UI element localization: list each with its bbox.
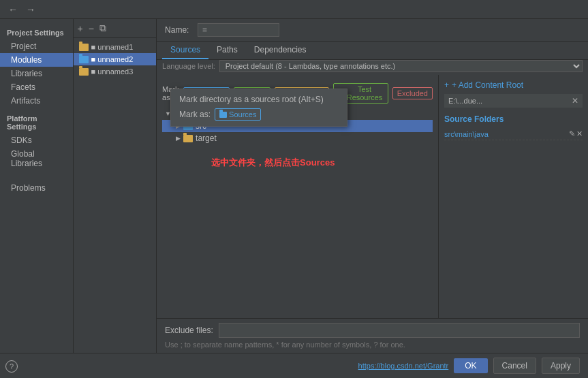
sidebar-item-libraries[interactable]: Libraries <box>0 67 73 80</box>
file-tree-target[interactable]: ▶ target <box>162 132 433 144</box>
tooltip-mark-row: Mark as: Sources <box>179 108 339 121</box>
apply-button[interactable]: Apply <box>542 358 580 374</box>
sidebar-item-global-libraries[interactable]: Global Libraries <box>0 147 73 170</box>
module-tree: + − ⧉ ■ unnamed1 ■ unnamed2 ■ unnamed3 <box>74 19 157 353</box>
exclude-hint: Use ; to separate name patterns, * for a… <box>165 341 580 349</box>
source-folder-path: src\main\java <box>444 130 489 138</box>
lang-label: Language level: <box>162 62 215 70</box>
plus-icon: + <box>444 80 449 90</box>
lang-row: Language level: Project default (8 - Lam… <box>157 60 588 75</box>
module-label-3: ■ unnamed3 <box>91 67 134 76</box>
remove-root-button[interactable]: ✕ <box>572 96 578 106</box>
target-label: target <box>196 133 217 143</box>
module-tree-items: ■ unnamed1 ■ unnamed2 ■ unnamed3 <box>74 38 156 353</box>
tab-dependencies[interactable]: Dependencies <box>246 42 315 59</box>
source-folder-item: src\main\java ✎ ✕ <box>444 128 583 140</box>
tooltip-mark-label: Mark as: <box>179 110 211 119</box>
platform-settings-title: Platform Settings <box>0 108 73 133</box>
tree-area: Mark as: Sources Tests Resources <box>157 75 438 318</box>
footer: https://blog.csdn.net/Grantr OK Cancel A… <box>0 353 588 378</box>
module-tree-item[interactable]: ■ unnamed1 <box>74 41 156 53</box>
module-tree-item-3[interactable]: ■ unnamed3 <box>74 65 156 78</box>
tabs-row: Sources Paths Dependencies <box>157 42 588 60</box>
module-tree-item-selected[interactable]: ■ unnamed2 <box>74 53 156 65</box>
nav-arrows: ← → <box>5 3 38 16</box>
tab-paths[interactable]: Paths <box>208 42 246 59</box>
folder-icon-selected <box>79 56 89 63</box>
sidebar-item-sdks[interactable]: SDKs <box>0 133 73 147</box>
tooltip-sources-button[interactable]: Sources <box>215 108 261 121</box>
content-panel: Name: Sources Paths Dependencies Languag… <box>157 19 588 353</box>
folder-icon-3 <box>79 68 89 76</box>
tooltip-title: Mark directory as a sources root (Alt+S) <box>179 95 339 104</box>
exclude-label: Exclude files: <box>165 326 213 335</box>
name-label: Name: <box>165 25 192 35</box>
forward-button[interactable]: → <box>23 3 38 16</box>
exclude-input[interactable] <box>219 323 580 338</box>
source-folder-actions: ✎ ✕ <box>569 129 583 138</box>
help-button[interactable]: ? <box>5 360 18 373</box>
back-button[interactable]: ← <box>5 3 20 16</box>
sidebar: Project Settings Project Modules Librari… <box>0 19 74 353</box>
name-row: Name: <box>157 19 588 42</box>
title-bar: ← → <box>0 0 588 19</box>
right-panel: + + Add Content Root E:\...due... ✕ Sour… <box>438 75 588 318</box>
module-label-selected: ■ unnamed2 <box>91 55 134 63</box>
main-layout: Project Settings Project Modules Librari… <box>0 19 588 353</box>
remove-source-folder-button[interactable]: ✕ <box>576 129 583 138</box>
cancel-button[interactable]: Cancel <box>493 358 536 374</box>
source-folders-title: Source Folders <box>444 114 583 124</box>
tab-sources[interactable]: Sources <box>162 42 208 59</box>
sidebar-item-modules[interactable]: Modules <box>0 53 73 67</box>
file-tree: ▼ E:\... ▶ src ▶ target <box>162 108 433 313</box>
bottom-area: Exclude files: Use ; to separate name pa… <box>157 318 588 353</box>
root-path-label: E:\...due... <box>448 97 482 105</box>
module-tree-header: + − ⧉ <box>74 19 156 38</box>
sidebar-item-problems[interactable]: Problems <box>0 181 73 195</box>
content-root-path: E:\...due... ✕ <box>444 94 583 108</box>
lang-select[interactable]: Project default (8 - Lambdas, type annot… <box>219 60 583 72</box>
remove-module-button[interactable]: − <box>87 22 95 35</box>
add-content-root-button[interactable]: + + Add Content Root <box>444 80 583 90</box>
add-module-button[interactable]: + <box>76 22 84 35</box>
project-settings-title: Project Settings <box>0 25 73 40</box>
footer-link[interactable]: https://blog.csdn.net/Grantr <box>358 362 449 370</box>
name-input[interactable] <box>198 23 279 37</box>
edit-source-folder-button[interactable]: ✎ <box>569 129 575 138</box>
sidebar-item-facets[interactable]: Facets <box>0 80 73 94</box>
tooltip-popup: Mark directory as a sources root (Alt+S)… <box>170 89 347 127</box>
exclude-row: Exclude files: <box>165 323 580 338</box>
sidebar-item-project[interactable]: Project <box>0 40 73 53</box>
sources-content: Mark as: Sources Tests Resources <box>157 75 588 318</box>
target-folder-icon <box>183 135 193 142</box>
ok-button[interactable]: OK <box>454 358 487 373</box>
folder-icon <box>79 44 89 51</box>
module-label: ■ unnamed1 <box>91 43 134 51</box>
sidebar-item-artifacts[interactable]: Artifacts <box>0 94 73 108</box>
tooltip-folder-icon <box>219 112 227 118</box>
chevron-right-icon-2: ▶ <box>176 135 181 142</box>
mark-excluded-button[interactable]: Excluded <box>392 87 433 99</box>
copy-module-button[interactable]: ⧉ <box>98 21 108 35</box>
